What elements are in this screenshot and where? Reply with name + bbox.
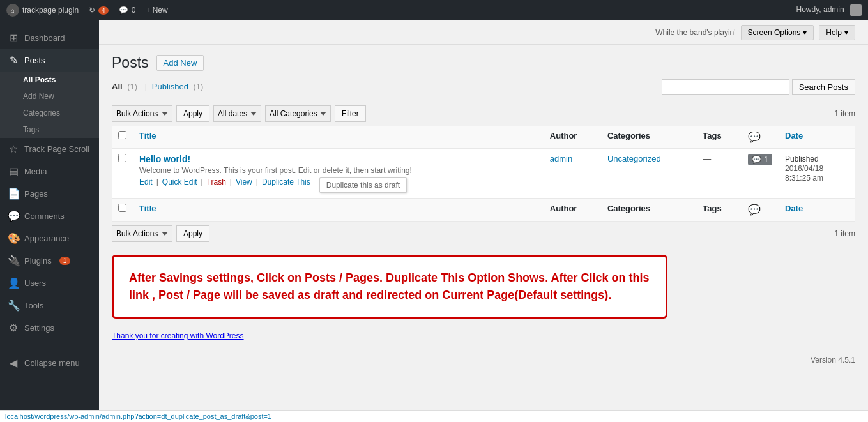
select-all-checkbox[interactable] <box>118 131 126 139</box>
media-icon: ▤ <box>8 165 19 177</box>
comment-count-bubble[interactable]: 💬 1 <box>748 154 772 165</box>
quick-edit-link[interactable]: Quick Edit <box>162 177 197 193</box>
screen-options-button[interactable]: Screen Options ▾ <box>741 25 814 40</box>
info-box-text: After Savings settings, Click on Posts /… <box>129 269 650 304</box>
site-icon: ⌂ <box>6 4 19 17</box>
comments-cell[interactable]: 💬 1 <box>742 149 779 199</box>
post-excerpt: Welcome to WordPress. This is your first… <box>139 166 537 175</box>
col-tags: Tags <box>696 126 742 149</box>
adminbar-new[interactable]: + New <box>146 6 167 15</box>
adminbar-howdy: Howdy, admin <box>796 4 862 16</box>
sidebar-item-dashboard[interactable]: ⊞ Dashboard <box>0 27 99 49</box>
post-title-link[interactable]: Hello world! <box>139 154 190 164</box>
sidebar-item-track-page-scroll[interactable]: ☆ Track Page Scroll <box>0 138 99 160</box>
sidebar-subitem-categories[interactable]: Categories <box>0 105 99 121</box>
admin-avatar-icon <box>850 4 862 16</box>
items-count-bottom: 1 item <box>834 229 855 238</box>
tags-cell: — <box>696 149 742 199</box>
table-top-controls: Bulk Actions Apply All dates All Categor… <box>112 105 855 122</box>
help-button[interactable]: Help ▾ <box>819 25 855 40</box>
comments-count: 0 <box>132 6 136 15</box>
sidebar-item-tools[interactable]: 🔧 Tools <box>0 294 99 317</box>
sidebar-subitem-all-posts[interactable]: All Posts <box>0 72 99 88</box>
view-link[interactable]: View <box>236 177 252 193</box>
table-bottom-controls: Bulk Actions Apply 1 item <box>112 225 855 242</box>
duplicate-tooltip: Duplicate this as draft <box>319 177 407 193</box>
col-categories: Categories <box>601 126 696 149</box>
dates-select[interactable]: All dates <box>213 105 261 122</box>
trash-link[interactable]: Trash <box>207 177 226 193</box>
sidebar-item-comments[interactable]: 💬 Comments <box>0 205 99 227</box>
sidebar-item-label: Users <box>24 278 46 288</box>
sidebar-item-label: Collapse menu <box>24 358 80 368</box>
sidebar-item-plugins[interactable]: 🔌 Plugins 1 <box>0 250 99 272</box>
row-checkbox[interactable] <box>118 154 126 162</box>
duplicate-this-link[interactable]: Duplicate This <box>262 177 310 193</box>
col-title[interactable]: Title <box>133 126 544 149</box>
adminbar-comments[interactable]: 💬 0 <box>119 6 136 15</box>
updates-icon: ↻ <box>89 6 95 15</box>
comment-bubble-icon: 💬 <box>748 132 761 142</box>
sidebar-item-posts[interactable]: ✎ Posts <box>0 49 99 72</box>
comments-icon: 💬 <box>119 6 128 15</box>
filter-all-link[interactable]: All <box>112 82 123 91</box>
sidebar-item-settings[interactable]: ⚙ Settings <box>0 317 99 339</box>
comment-icon: 💬 <box>752 155 761 164</box>
search-input[interactable] <box>662 79 789 95</box>
select-all-checkbox-bottom[interactable] <box>118 204 126 212</box>
chevron-down-icon: ▾ <box>844 28 848 37</box>
sidebar-item-users[interactable]: 👤 Users <box>0 272 99 294</box>
posts-icon: ✎ <box>8 54 19 66</box>
sidebar-item-label: Settings <box>24 323 54 333</box>
plugins-badge: 1 <box>59 257 71 265</box>
track-icon: ☆ <box>8 143 19 155</box>
comment-icon-bottom: 💬 <box>748 204 761 215</box>
col-date-bottom[interactable]: Date <box>779 199 855 222</box>
col-title-bottom[interactable]: Title <box>133 199 544 222</box>
col-author: Author <box>544 126 601 149</box>
page-title: Posts <box>112 54 149 72</box>
posts-table: Title Author Categories Tags 💬 Date <box>112 126 855 222</box>
sidebar-item-media[interactable]: ▤ Media <box>0 160 99 183</box>
bulk-actions-select-bottom[interactable]: Bulk Actions <box>112 225 172 242</box>
thank-you-link[interactable]: Thank you for creating with WordPress <box>112 331 244 340</box>
chevron-down-icon: ▾ <box>803 28 807 37</box>
updates-count: 4 <box>98 6 109 15</box>
tools-icon: 🔧 <box>8 299 19 312</box>
adminbar-updates[interactable]: ↻ 4 <box>89 6 109 15</box>
users-icon: 👤 <box>8 277 19 289</box>
col-categories-bottom: Categories <box>601 199 696 222</box>
sidebar-item-label: Track Page Scroll <box>24 144 89 154</box>
sidebar-item-collapse[interactable]: ◀ Collapse menu <box>0 352 99 374</box>
dashboard-icon: ⊞ <box>8 32 19 44</box>
author-link[interactable]: admin <box>550 154 572 163</box>
add-new-button[interactable]: Add New <box>156 55 204 71</box>
sidebar-item-appearance[interactable]: 🎨 Appearance <box>0 227 99 250</box>
apply-button-top[interactable]: Apply <box>176 105 209 122</box>
sidebar-item-label: Media <box>24 167 47 176</box>
items-count-top: 1 item <box>834 109 855 118</box>
filter-button[interactable]: Filter <box>335 105 366 122</box>
row-actions: Edit | Quick Edit | Trash | View | Dupli… <box>139 177 537 193</box>
info-box: After Savings settings, Click on Posts /… <box>112 255 667 319</box>
sidebar-subitem-add-new[interactable]: Add New <box>0 88 99 105</box>
edit-link[interactable]: Edit <box>139 177 153 193</box>
sidebar-item-pages[interactable]: 📄 Pages <box>0 183 99 205</box>
search-posts-button[interactable]: Search Posts <box>792 79 855 95</box>
adminbar-site[interactable]: ⌂ trackpage plugin <box>6 4 79 17</box>
categories-select[interactable]: All Categories <box>265 105 331 122</box>
table-row: Hello world! Welcome to WordPress. This … <box>112 149 855 199</box>
comments-nav-icon: 💬 <box>8 210 19 222</box>
date-cell: Published 2016/04/18 8:31:25 am <box>779 149 855 199</box>
new-label: + New <box>146 6 167 15</box>
sidebar-subitem-tags[interactable]: Tags <box>0 121 99 138</box>
col-tags-bottom: Tags <box>696 199 742 222</box>
category-link[interactable]: Uncategorized <box>607 154 661 163</box>
sidebar-item-label: Comments <box>24 211 65 221</box>
bulk-actions-select-top[interactable]: Bulk Actions <box>112 105 172 122</box>
filter-published-link[interactable]: Published <box>152 82 188 91</box>
plugins-icon: 🔌 <box>8 255 19 267</box>
subheader-tagline: While the band's playin' <box>655 28 735 37</box>
col-date[interactable]: Date <box>779 126 855 149</box>
apply-button-bottom[interactable]: Apply <box>176 225 209 242</box>
